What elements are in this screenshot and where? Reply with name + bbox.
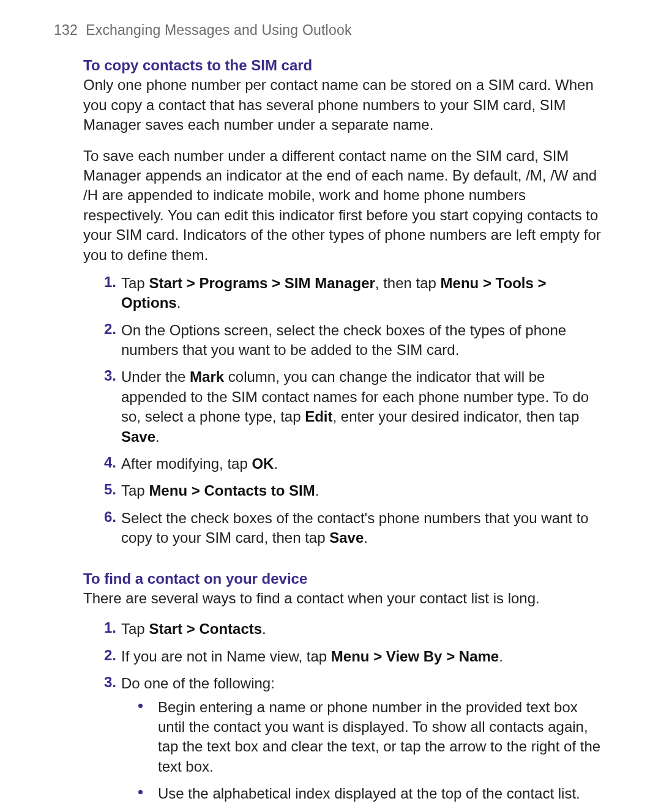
- step-number: 2.: [97, 647, 116, 664]
- step-body: After modifying, tap OK.: [121, 454, 607, 474]
- step-number: 3.: [97, 367, 116, 384]
- page-number: 132: [54, 22, 78, 38]
- section-find-contact: To find a contact on your device There a…: [54, 569, 607, 804]
- section-heading: To find a contact on your device: [83, 569, 607, 589]
- bullet-list: Begin entering a name or phone number in…: [121, 698, 607, 804]
- page: 132 Exchanging Messages and Using Outloo…: [0, 0, 661, 812]
- step-number: 1.: [97, 274, 116, 291]
- step-number: 3.: [97, 674, 116, 691]
- paragraph: There are several ways to find a contact…: [83, 589, 607, 608]
- step-number: 4.: [97, 454, 116, 471]
- step-item: 1. Tap Start > Programs > SIM Manager, t…: [83, 274, 607, 313]
- step-item: 2. If you are not in Name view, tap Menu…: [83, 647, 607, 666]
- bullet-body: Use the alphabetical index displayed at …: [158, 784, 607, 803]
- step-item: 6. Select the check boxes of the contact…: [83, 508, 607, 548]
- step-body: Tap Menu > Contacts to SIM.: [121, 481, 607, 501]
- bullet-icon: [138, 790, 143, 794]
- step-body: On the Options screen, select the check …: [121, 321, 607, 360]
- bullet-item: Begin entering a name or phone number in…: [121, 698, 607, 777]
- step-item: 1. Tap Start > Contacts.: [83, 619, 607, 639]
- step-item: 3. Do one of the following: Begin enteri…: [83, 674, 607, 803]
- paragraph: Only one phone number per contact name c…: [83, 75, 607, 135]
- step-body: Select the check boxes of the contact's …: [121, 508, 607, 548]
- step-item: 5. Tap Menu > Contacts to SIM.: [83, 481, 607, 501]
- step-number: 2.: [97, 321, 116, 338]
- step-item: 4. After modifying, tap OK.: [83, 454, 607, 474]
- chapter-title: Exchanging Messages and Using Outlook: [86, 22, 351, 38]
- step-list: 1. Tap Start > Programs > SIM Manager, t…: [83, 274, 607, 548]
- step-body: Tap Start > Contacts.: [121, 619, 607, 639]
- step-body: Tap Start > Programs > SIM Manager, then…: [121, 274, 607, 313]
- step-list: 1. Tap Start > Contacts. 2. If you are n…: [83, 619, 607, 803]
- step-body: Do one of the following: Begin entering …: [121, 674, 607, 803]
- paragraph: To save each number under a different co…: [83, 146, 607, 265]
- section-copy-to-sim: To copy contacts to the SIM card Only on…: [54, 56, 607, 548]
- running-header: 132 Exchanging Messages and Using Outloo…: [54, 22, 607, 39]
- step-item: 2. On the Options screen, select the che…: [83, 321, 607, 360]
- step-body: If you are not in Name view, tap Menu > …: [121, 647, 607, 666]
- step-number: 5.: [97, 481, 116, 498]
- step-body: Under the Mark column, you can change th…: [121, 367, 607, 447]
- bullet-item: Use the alphabetical index displayed at …: [121, 784, 607, 803]
- section-heading: To copy contacts to the SIM card: [83, 56, 607, 75]
- bullet-body: Begin entering a name or phone number in…: [158, 698, 607, 777]
- step-number: 6.: [97, 508, 116, 526]
- step-item: 3. Under the Mark column, you can change…: [83, 367, 607, 447]
- step-number: 1.: [97, 619, 116, 636]
- bullet-icon: [138, 704, 143, 708]
